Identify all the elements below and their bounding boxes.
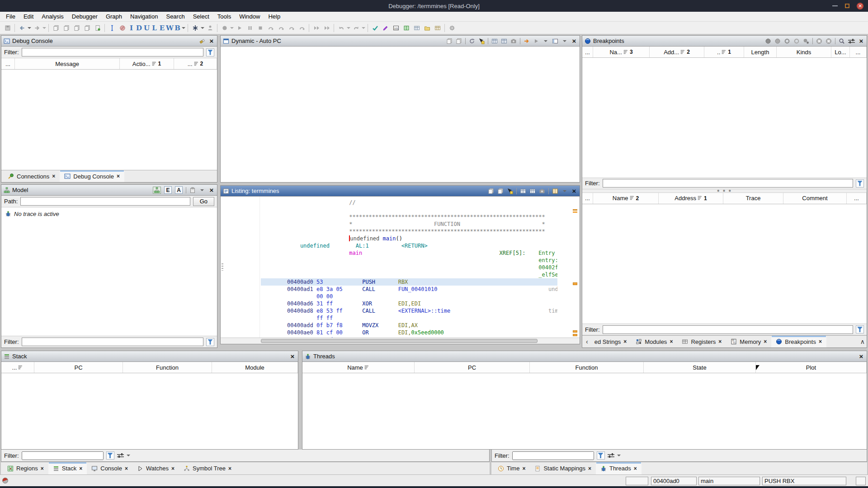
- column-header-[interactable]: ..1: [704, 47, 744, 57]
- column-header-function[interactable]: Function: [530, 362, 644, 373]
- grid2-button[interactable]: [432, 23, 443, 33]
- model-titlebar[interactable]: Model EA×: [1, 185, 217, 196]
- locations-table-body[interactable]: [582, 204, 867, 324]
- dotg-icon[interactable]: [774, 38, 781, 45]
- menu-debugger[interactable]: Debugger: [68, 12, 102, 21]
- letter-u-button[interactable]: U: [143, 24, 151, 32]
- letter-d-button[interactable]: D: [135, 24, 143, 32]
- close-tab-icon[interactable]: ×: [125, 465, 128, 472]
- listing-line[interactable]: _elfSec: [261, 271, 557, 278]
- debug-console-titlebar[interactable]: Debug Console ×: [1, 36, 217, 47]
- camera-icon[interactable]: [539, 188, 545, 195]
- stack-table-body[interactable]: [1, 373, 298, 449]
- margin-marker[interactable]: [573, 330, 577, 333]
- tab-scroll-left-button[interactable]: ‹: [584, 336, 590, 347]
- pages-button[interactable]: [51, 23, 61, 33]
- letter-b-button[interactable]: B: [174, 24, 181, 32]
- pageg-button[interactable]: [92, 23, 103, 33]
- menu-search[interactable]: Search: [162, 12, 189, 21]
- column-settings-icon[interactable]: [117, 453, 124, 458]
- chevron-down-icon[interactable]: [561, 188, 568, 195]
- column-header-pc[interactable]: PC: [415, 362, 530, 373]
- pages-icon[interactable]: [497, 188, 504, 195]
- pages-icon[interactable]: [456, 38, 462, 45]
- filter-options-button[interactable]: [206, 338, 214, 346]
- letter-i-button[interactable]: I: [127, 24, 135, 32]
- column-header-add[interactable]: Add...2: [650, 47, 704, 57]
- close-panel-button[interactable]: ×: [208, 187, 215, 194]
- column-header-[interactable]: ...: [1, 58, 15, 69]
- margin-marker[interactable]: [573, 334, 577, 336]
- pages-button[interactable]: [82, 23, 92, 33]
- listing-line[interactable]: ****************************************…: [261, 228, 557, 235]
- tbl-icon[interactable]: [529, 188, 536, 195]
- undo-button[interactable]: [336, 23, 346, 33]
- column-header-[interactable]: ...: [1, 362, 34, 373]
- menu-select[interactable]: Select: [189, 12, 213, 21]
- listing-line[interactable]: undefined AL:1 <RETURN>: [261, 242, 557, 249]
- listing-line[interactable]: 00400ae0 81 cf 00 OR EDI,0x5eed0000: [261, 329, 557, 336]
- menu-graph[interactable]: Graph: [102, 12, 126, 21]
- breakpoints-filter-input[interactable]: [603, 179, 854, 188]
- tab-watches[interactable]: Watches×: [132, 462, 179, 474]
- steparc-button[interactable]: [276, 23, 286, 33]
- chevron-down-icon[interactable]: [617, 455, 621, 456]
- dotrg-icon[interactable]: [793, 38, 800, 45]
- b101-button[interactable]: 101: [391, 23, 401, 33]
- close-tab-icon[interactable]: ×: [41, 465, 44, 472]
- scrollbar-thumb[interactable]: [261, 339, 538, 343]
- menu-navigation[interactable]: Navigation: [126, 12, 162, 21]
- redo-button[interactable]: [351, 23, 361, 33]
- column-settings-icon[interactable]: [608, 453, 614, 458]
- model-body[interactable]: No trace is active: [1, 207, 217, 336]
- column-header-state[interactable]: State: [644, 362, 756, 373]
- tab-symbol-tree[interactable]: Symbol Tree×: [179, 462, 236, 474]
- column-header-[interactable]: ...2: [174, 58, 217, 69]
- chevron-down-icon[interactable]: [346, 23, 351, 33]
- close-tab-icon[interactable]: ×: [588, 465, 591, 472]
- chevron-down-icon[interactable]: [361, 23, 366, 33]
- tab-stack[interactable]: Stack×: [48, 462, 87, 474]
- letter-l-button[interactable]: L: [151, 24, 158, 32]
- splitter-handle[interactable]: [222, 263, 223, 271]
- column-header-message[interactable]: Message: [15, 58, 120, 69]
- column-header-kinds[interactable]: Kinds: [777, 47, 831, 57]
- letter-w-button[interactable]: W: [166, 24, 174, 32]
- save-button[interactable]: [2, 23, 13, 33]
- listing-line[interactable]: //: [261, 199, 557, 206]
- close-panel-button[interactable]: ×: [858, 353, 864, 360]
- tbl-icon[interactable]: [520, 188, 526, 195]
- close-panel-button[interactable]: ×: [571, 188, 577, 195]
- chevron-down-icon[interactable]: [561, 38, 568, 45]
- dotm-icon[interactable]: [803, 38, 809, 45]
- chevron-down-icon[interactable]: [42, 23, 47, 33]
- letter-e-button[interactable]: E: [158, 24, 166, 32]
- folderg-button[interactable]: [422, 23, 432, 33]
- skip-button[interactable]: [311, 23, 321, 33]
- chevron-down-icon[interactable]: [230, 23, 234, 33]
- column-header-name[interactable]: Name2: [593, 193, 659, 204]
- eraser-icon[interactable]: [199, 38, 205, 45]
- column-settings-icon[interactable]: [848, 38, 855, 45]
- column-header-[interactable]: ...: [582, 47, 593, 57]
- chevron-down-icon[interactable]: [200, 23, 205, 33]
- chevron-down-icon[interactable]: [127, 455, 130, 456]
- column-header-pc[interactable]: PC: [34, 362, 123, 373]
- menu-analysis[interactable]: Analysis: [38, 12, 67, 21]
- tab-ed-strings[interactable]: ed Strings×: [590, 336, 632, 347]
- close-tab-icon[interactable]: ×: [623, 338, 627, 345]
- bottom-right-filter-input[interactable]: [512, 451, 594, 460]
- panelic-icon[interactable]: [552, 38, 558, 45]
- bookg-button[interactable]: [401, 23, 411, 33]
- pointer-icon[interactable]: [507, 188, 513, 195]
- locations-filter-input[interactable]: [603, 325, 854, 334]
- filter-options-button[interactable]: [856, 179, 864, 188]
- filter-options-button[interactable]: [106, 451, 114, 460]
- column-header-na[interactable]: Na...3: [593, 47, 650, 57]
- horizontal-scrollbar[interactable]: [221, 338, 580, 344]
- noentry-button[interactable]: [117, 23, 127, 33]
- close-window-button[interactable]: ✕: [857, 3, 863, 9]
- tab-list-button[interactable]: ∧: [859, 336, 867, 347]
- pages-icon[interactable]: [446, 38, 453, 45]
- close-tab-icon[interactable]: ×: [670, 338, 673, 345]
